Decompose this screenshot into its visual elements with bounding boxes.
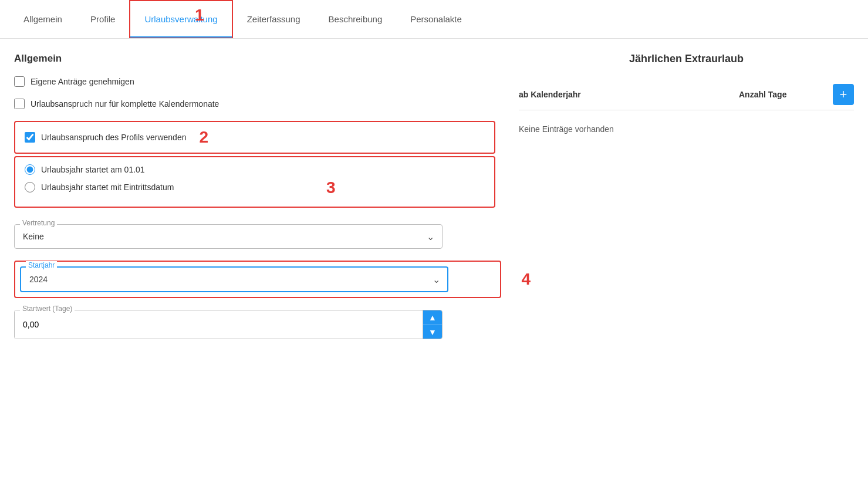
startwert-field-group: Startwert (Tage) ▲ ▼ [14,310,443,339]
startjahr-select-container: 2024 2023 2025 ⌄ [20,266,448,292]
section-title: Allgemein [14,53,495,65]
startwert-input-wrapper: ▲ ▼ [14,310,443,339]
vertretung-select-container: Keine ⌄ [14,224,443,249]
tab-beschreibung[interactable]: Beschreibung [315,0,397,38]
radio2-label[interactable]: Urlaubsjahr startet mit Eintrittsdatum [41,183,174,192]
checkbox2-row: Urlaubsanspruch nur für komplette Kalend… [14,99,495,109]
radio1-label[interactable]: Urlaubsjahr startet am 01.01 [41,165,145,174]
startjahr-field-group: Startjahr 2024 2023 2025 ⌄ 4 [20,266,495,292]
tab-profile-label: Profile [90,14,116,24]
tab-personalakte-label: Personalakte [410,14,462,24]
col-anzahl-header: Anzahl Tage [739,90,833,99]
checkbox-urlaubsanspruch-kalender[interactable] [14,99,25,109]
number-spin: ▲ ▼ [423,310,442,339]
tab-zeiterfassung-label: Zeiterfassung [247,14,300,24]
badge-3: 3 [326,180,336,196]
tab-profile[interactable]: Profile [76,0,130,38]
tab-urlaubsverwaltung-label: Urlaubsverwaltung [144,14,217,24]
tab-allgemein[interactable]: Allgemein [9,0,76,38]
spin-down-button[interactable]: ▼ [423,325,442,339]
tab-personalakte[interactable]: Personalakte [396,0,476,38]
checkbox1-row: Eigene Anträge genehmigen [14,76,495,87]
checkbox1-label[interactable]: Eigene Anträge genehmigen [31,77,134,86]
col-kalenderjahr-header: ab Kalenderjahr [519,90,739,99]
checkbox-eigene-antraege[interactable] [14,76,25,87]
radio-01-01[interactable] [25,164,35,175]
startjahr-select[interactable]: 2024 2023 2025 [20,266,448,292]
vertretung-field-group: Vertretung Keine ⌄ [14,224,495,249]
tab-bar: Allgemein Profile Urlaubsverwaltung Zeit… [0,0,868,39]
badge-2: 2 [199,129,208,146]
empty-message: Keine Einträge vorhanden [519,117,854,141]
startjahr-highlight-box: Startjahr 2024 2023 2025 ⌄ 4 [14,261,501,298]
checkbox-urlaubsanspruch-profil[interactable] [25,132,35,143]
radio1-row: Urlaubsjahr startet am 01.01 [25,164,485,175]
startwert-input[interactable] [15,310,423,339]
badge-4: 4 [521,271,531,288]
badge3-container: 3 [319,180,495,196]
extra-table-header: ab Kalenderjahr Anzahl Tage + [519,79,854,110]
tab-beschreibung-label: Beschreibung [329,14,383,24]
spin-up-button[interactable]: ▲ [423,310,442,325]
startwert-label: Startwert (Tage) [20,305,75,313]
tab-zeiterfassung[interactable]: Zeiterfassung [233,0,315,38]
add-entry-button[interactable]: + [833,84,854,105]
checkbox3-row: Urlaubsanspruch des Profils verwenden 2 [25,129,485,146]
right-panel: Jährlichen Extraurlaub ab Kalenderjahr A… [519,53,854,339]
checkbox3-highlight-box: Urlaubsanspruch des Profils verwenden 2 [14,121,495,154]
main-content: Allgemein Eigene Anträge genehmigen Urla… [0,39,868,353]
right-panel-title: Jährlichen Extraurlaub [519,53,854,65]
vertretung-label: Vertretung [20,219,57,227]
checkbox2-label[interactable]: Urlaubsanspruch nur für komplette Kalend… [31,99,219,109]
tab-allgemein-label: Allgemein [23,14,62,24]
radio-eintrittsdatum[interactable] [25,182,35,192]
checkbox3-label[interactable]: Urlaubsanspruch des Profils verwenden [41,133,186,142]
left-panel: Allgemein Eigene Anträge genehmigen Urla… [14,53,495,339]
vertretung-select[interactable]: Keine [14,224,443,249]
startjahr-label: Startjahr [26,261,57,269]
tab-urlaubsverwaltung[interactable]: Urlaubsverwaltung [129,0,232,38]
